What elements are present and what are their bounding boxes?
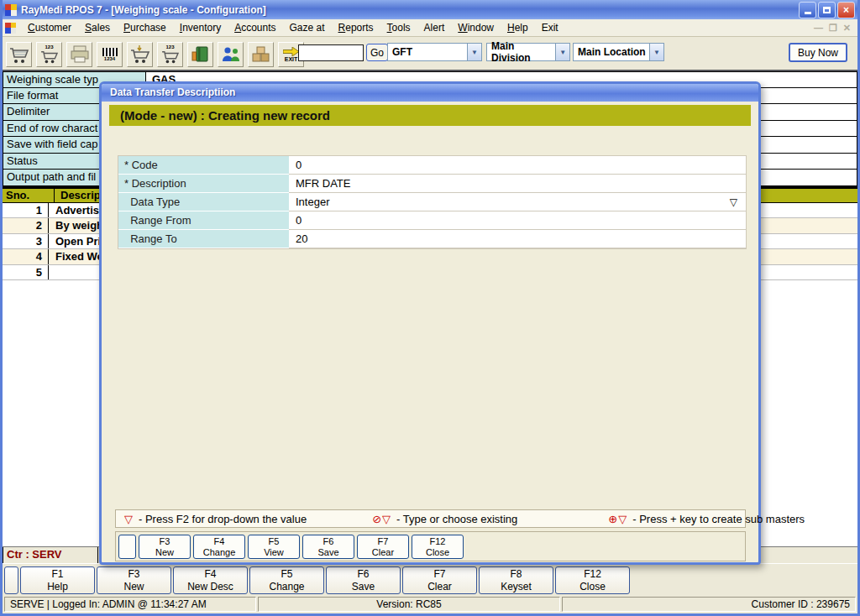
menu-help[interactable]: Help [501,19,535,36]
menu-accounts[interactable]: Accounts [228,19,282,36]
maximize-button[interactable] [818,2,836,18]
f4-change-button[interactable]: F4 Change [193,535,245,559]
f6-save-button[interactable]: F6 Save [326,566,401,594]
f12-close-button[interactable]: F12 Close [412,535,464,559]
field-label: Data Type [118,193,289,211]
menu-tools[interactable]: Tools [380,19,417,36]
stock-button[interactable] [248,42,274,67]
ledger-icon [190,44,212,65]
form-row-range-from: Range From 0 [118,211,746,230]
chevron-down-icon[interactable]: ▼ [467,44,481,60]
field-label: * Code [118,156,289,175]
chevron-down-icon[interactable]: ▼ [649,44,663,60]
field-label: Range To [118,230,289,248]
field-label: Range From [118,211,289,230]
ledger-button[interactable] [187,42,213,67]
cart-entry-icon [39,50,60,65]
dropdown-triangle-icon[interactable]: ▽ [730,193,737,211]
mdi-close-icon[interactable]: ✕ [843,23,851,34]
f3-new-button[interactable]: F3 New [97,566,171,594]
menu-gaze-at[interactable]: Gaze at [283,19,332,36]
f6-save-button[interactable]: F6 Save [302,535,354,559]
printer-icon [69,44,91,65]
search-input[interactable] [298,44,364,61]
cart-out-icon [129,44,151,65]
f8-keyset-button[interactable]: F8 Keyset [479,566,553,594]
dialog-button-bar: F3 New F4 Change F5 View F6 Save F7 Clea… [115,531,746,561]
app-window: RayMedi RPOS 7 - [Weighing scale - Confi… [0,0,860,616]
legend-bar: ▽ - Press F2 for drop-down the value ⊘▽ … [115,509,746,528]
minimize-button[interactable] [799,2,816,18]
minimize-icon [805,12,811,14]
close-button[interactable]: × [837,2,855,18]
legend-item: ⊘▽ - Type or choose existing [372,513,517,525]
form-row-data-type: Data Type Integer ▽ [118,193,746,211]
customer-id-status: Customer ID : 239675 [562,597,856,612]
menu-customer[interactable]: Customer [21,19,78,36]
form-row-code: * Code 0 [118,156,746,175]
form-row-range-to: Range To 20 [118,230,746,248]
counter-label: Ctr : SERV [3,547,98,564]
menu-inventory[interactable]: Inventory [173,19,228,36]
f5-change-button[interactable]: F5 Change [249,566,324,594]
chevron-down-icon[interactable]: ▼ [555,44,569,60]
cart-entry-button[interactable]: 123 [36,42,62,67]
buy-now-button[interactable]: Buy Now [789,43,847,62]
barcode-button[interactable]: 1234 [97,42,123,67]
menu-bar: Customer Sales Purchase Inventory Accoun… [3,19,857,37]
cart-sale-icon [160,50,181,65]
barcode-label: 1234 [104,56,115,61]
legend-item: ▽ - Press F2 for drop-down the value [124,513,307,525]
f7-clear-button[interactable]: F7 Clear [402,566,477,594]
f7-clear-button[interactable]: F7 Clear [357,535,409,559]
data-type-field[interactable]: Integer ▽ [289,193,746,211]
circle-slash-triangle-icon: ⊘▽ [372,513,391,525]
description-field[interactable]: MFR DATE [289,175,746,193]
division-combo[interactable]: GFT ▼ [387,43,482,61]
mdi-window-controls[interactable]: — ❐ ✕ [814,23,857,34]
dialog-title-bar[interactable]: Data Transfer Descriptiion [102,84,758,102]
f12-close-button[interactable]: F12 Close [555,566,630,594]
printer-button[interactable] [66,42,92,67]
f4-new-desc-button[interactable]: F4 New Desc [173,566,248,594]
login-status: SERVE | Logged In: ADMIN @ 11:34:27 AM [4,597,256,612]
exit-label: EXIT [285,56,298,63]
f3-new-button[interactable]: F3 New [139,535,191,559]
users-button[interactable] [218,42,244,67]
window-title: RayMedi RPOS 7 - [Weighing scale - Confi… [21,4,266,16]
menu-exit[interactable]: Exit [535,19,565,36]
mdi-minimize-icon[interactable]: — [814,23,823,34]
cart-button[interactable] [6,42,32,67]
sno-header: Sno. [3,189,55,202]
toolbar: 123 1234 123 EXIT Go [3,37,857,71]
triangle-icon: ▽ [124,513,134,525]
f1-help-button[interactable]: F1 Help [20,566,95,594]
menu-purchase[interactable]: Purchase [117,19,173,36]
form-row-description: * Description MFR DATE [118,175,746,193]
code-field[interactable]: 0 [289,156,746,175]
maximize-icon [823,7,831,13]
main-division-combo[interactable]: Main Division ▼ [486,43,570,61]
f5-view-button[interactable]: F5 View [248,535,300,559]
menu-alert[interactable]: Alert [417,19,452,36]
spacer-button[interactable] [4,566,18,594]
mdi-restore-icon[interactable]: ❐ [829,23,837,34]
mdi-child-icon [5,23,16,34]
function-bar: F1 Help F3 New F4 New Desc F5 Change F6 … [3,563,857,595]
dialog-form: * Code 0 * Description MFR DATE Data Typ… [118,155,747,249]
range-from-field[interactable]: 0 [289,211,746,230]
stock-icon [250,44,272,65]
menu-reports[interactable]: Reports [332,19,380,36]
menu-window[interactable]: Window [451,19,501,36]
cart-out-button[interactable] [127,42,153,67]
range-to-field[interactable]: 20 [289,230,746,248]
go-button[interactable]: Go [366,44,388,61]
cart-sale-button[interactable]: 123 [157,42,183,67]
barcode-icon [102,48,118,56]
menu-sales[interactable]: Sales [78,19,117,36]
status-bar: SERVE | Logged In: ADMIN @ 11:34:27 AM V… [3,595,857,613]
spacer-button[interactable] [118,535,136,559]
version-status: Version: RC85 [258,597,560,612]
main-location-combo[interactable]: Main Location ▼ [573,43,664,61]
cart-icon [8,44,30,65]
